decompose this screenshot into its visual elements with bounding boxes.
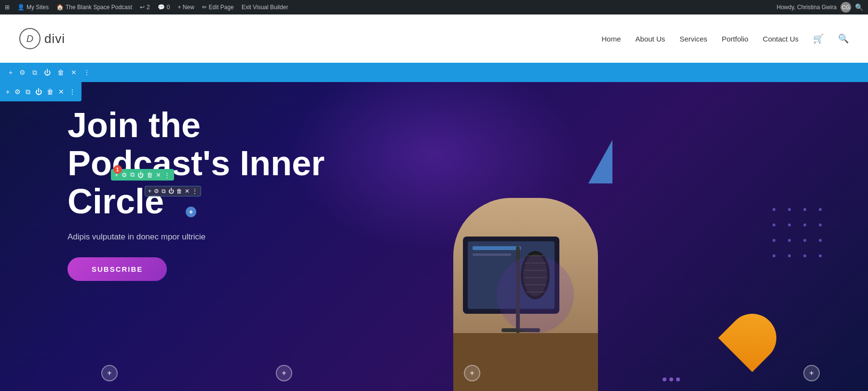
wp-logo[interactable]: ⊞	[5, 4, 10, 11]
exit-builder[interactable]: Exit Visual Builder	[242, 4, 288, 11]
st-more-icon[interactable]: ⋮	[192, 188, 198, 195]
mic-svg	[453, 198, 598, 391]
plus-overlay[interactable]: +	[186, 207, 196, 217]
tb-close-icon[interactable]: ✕	[70, 68, 78, 77]
section-toolbar: + ⚙ ⧉ ⏻ 🗑 ✕ ⋮	[0, 82, 81, 101]
revisions[interactable]: ↩ 2	[140, 4, 150, 11]
admin-bar: ⊞ 👤 My Sites 🏠 The Blank Space Podcast ↩…	[0, 0, 868, 14]
tb-delete-icon[interactable]: 🗑	[56, 68, 65, 77]
cart-icon[interactable]: 🛒	[813, 33, 824, 44]
tb-add-icon[interactable]: +	[8, 68, 14, 77]
comments[interactable]: 💬 0	[158, 4, 170, 11]
st-close-icon[interactable]: ✕	[185, 188, 190, 195]
sec-close-icon[interactable]: ✕	[58, 88, 64, 96]
sec-add-icon[interactable]: +	[6, 88, 10, 96]
tb-disable-icon[interactable]: ⏻	[43, 68, 52, 77]
edit-page[interactable]: ✏ Edit Page	[202, 4, 234, 11]
hero-section: Join the Podcast's Inner Circle Adipis v…	[0, 82, 868, 391]
svg-rect-0	[453, 333, 598, 391]
st-clone-icon[interactable]: ⧉	[162, 188, 166, 195]
logo-text: divi	[44, 31, 65, 46]
st-settings-icon[interactable]: ⚙	[154, 188, 159, 195]
admin-search-icon[interactable]: 🔍	[855, 3, 863, 11]
nav-home[interactable]: Home	[602, 35, 621, 43]
nav-portfolio[interactable]: Portfolio	[722, 35, 748, 43]
mt-close-icon[interactable]: ✕	[156, 171, 161, 179]
mt-delete-icon[interactable]: 🗑	[147, 171, 153, 179]
section-add-left[interactable]: +	[101, 365, 118, 381]
svg-rect-3	[473, 246, 521, 250]
howdy-text: Howdy, Christina Gwira	[777, 4, 837, 11]
site-name-icon: 🏠	[56, 4, 64, 11]
section-add-right[interactable]: +	[803, 365, 820, 381]
comments-icon: 💬	[158, 4, 165, 11]
sec-disable-icon[interactable]: ⏻	[35, 88, 42, 96]
sub-toolbar: + ⚙ ⧉ ⏻ 🗑 ✕ ⋮	[145, 186, 201, 196]
sec-delete-icon[interactable]: 🗑	[47, 88, 54, 96]
site-header: D divi Home About Us Services Portfolio …	[0, 14, 868, 63]
st-delete-icon[interactable]: 🗑	[176, 188, 182, 195]
subscribe-button[interactable]: SUBSCRIBE	[68, 257, 167, 281]
tb-more-icon[interactable]: ⋮	[82, 68, 91, 77]
my-sites[interactable]: 👤 My Sites	[17, 4, 49, 11]
half-circle-decoration	[718, 304, 786, 372]
dot-grid	[773, 208, 829, 265]
mt-clone-icon[interactable]: ⧉	[130, 171, 135, 179]
podcast-image	[453, 198, 598, 391]
mt-disable-icon[interactable]: ⏻	[137, 171, 144, 179]
builder-toolbar: + ⚙ ⧉ ⏻ 🗑 ✕ ⋮	[0, 63, 868, 82]
sec-more-icon[interactable]: ⋮	[69, 88, 76, 96]
nav-services[interactable]: Services	[679, 35, 707, 43]
bottom-dots	[663, 377, 680, 381]
hero-title: Join the Podcast's Inner Circle	[68, 106, 357, 221]
nav-contact[interactable]: Contact Us	[763, 35, 799, 43]
st-add-icon[interactable]: +	[148, 188, 151, 195]
sec-clone-icon[interactable]: ⧉	[26, 88, 30, 96]
st-disable-icon[interactable]: ⏻	[168, 188, 174, 195]
sec-settings-icon[interactable]: ⚙	[14, 88, 21, 96]
svg-rect-4	[473, 253, 511, 256]
site-nav: Home About Us Services Portfolio Contact…	[602, 33, 849, 44]
mt-settings-icon[interactable]: ⚙	[122, 171, 127, 179]
tb-settings-icon[interactable]: ⚙	[18, 68, 27, 77]
mt-more-icon[interactable]: ⋮	[164, 171, 170, 179]
svg-point-15	[497, 256, 574, 333]
my-sites-icon: 👤	[17, 4, 25, 11]
site-name[interactable]: 🏠 The Blank Space Podcast	[56, 4, 132, 11]
hero-content: Join the Podcast's Inner Circle Adipis v…	[68, 106, 357, 281]
section-add-center-right[interactable]: +	[464, 365, 480, 381]
admin-avatar: CG	[841, 2, 851, 13]
module-toolbar: + ⚙ ⧉ ⏻ 🗑 ✕ ⋮ 1	[111, 169, 174, 181]
hero-subtitle: Adipis vulputate in donec mpor ultricie	[68, 231, 236, 243]
section-add-center-left[interactable]: +	[276, 365, 292, 381]
admin-bar-right: Howdy, Christina Gwira CG 🔍	[777, 2, 863, 13]
new-button[interactable]: + New	[177, 4, 194, 11]
nav-about[interactable]: About Us	[636, 35, 665, 43]
revisions-icon: ↩	[140, 4, 145, 11]
logo-circle: D	[19, 28, 41, 49]
tb-clone-icon[interactable]: ⧉	[31, 68, 38, 78]
site-logo[interactable]: D divi	[19, 28, 65, 49]
triangle-decoration	[588, 140, 612, 183]
module-badge: 1	[113, 165, 122, 174]
edit-icon: ✏	[202, 4, 207, 11]
search-icon[interactable]: 🔍	[838, 33, 849, 44]
